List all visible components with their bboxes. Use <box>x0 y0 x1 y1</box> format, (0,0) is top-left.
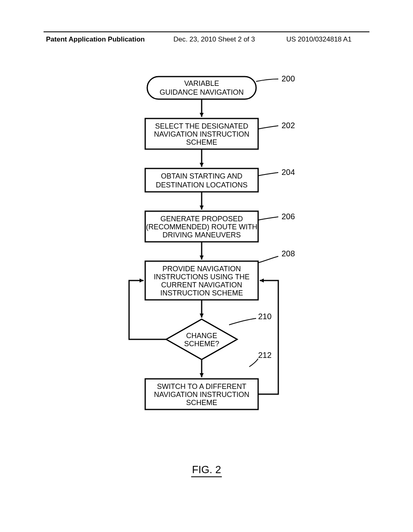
leader-204 <box>258 172 278 176</box>
node-202-line1: SELECT THE DESIGNATED <box>155 122 248 130</box>
node-212-line3: SCHEME <box>186 399 217 407</box>
node-212: SWITCH TO A DIFFERENT NAVIGATION INSTRUC… <box>145 379 258 409</box>
node-210-line2: SCHEME? <box>184 340 219 348</box>
ref-200: 200 <box>282 74 295 83</box>
figure-label: FIG. 2 <box>0 463 413 476</box>
node-204-line1: OBTAIN STARTING AND <box>161 172 242 180</box>
node-208-line4: INSTRUCTION SCHEME <box>160 289 243 297</box>
node-start: VARIABLE GUIDANCE NAVIGATION <box>147 77 256 99</box>
header-mid-text: Dec. 23, 2010 Sheet 2 of 3 <box>173 35 255 44</box>
node-208-line1: PROVIDE NAVIGATION <box>163 265 241 273</box>
leader-208 <box>258 256 278 263</box>
figure-label-text: FIG. 2 <box>191 463 222 477</box>
node-start-line2: GUIDANCE NAVIGATION <box>160 88 244 96</box>
leader-202 <box>258 126 278 129</box>
node-210-decision: CHANGE SCHEME? <box>166 319 237 360</box>
ref-210: 210 <box>258 312 271 321</box>
header-right-text: US 2010/0324818 A1 <box>286 35 352 44</box>
node-206-line1: GENERATE PROPOSED <box>161 215 243 223</box>
header-left-text: Patent Application Publication <box>46 35 145 44</box>
node-206: GENERATE PROPOSED (RECOMMENDED) ROUTE WI… <box>145 211 258 242</box>
ref-206: 206 <box>282 212 295 221</box>
node-212-line1: SWITCH TO A DIFFERENT <box>157 382 246 391</box>
node-202-line2: NAVIGATION INSTRUCTION <box>154 130 249 138</box>
node-208: PROVIDE NAVIGATION INSTRUCTIONS USING TH… <box>145 261 258 300</box>
page: Patent Application Publication Dec. 23, … <box>0 0 413 532</box>
leader-212 <box>249 359 258 367</box>
leader-210 <box>229 318 256 325</box>
node-212-line2: NAVIGATION INSTRUCTION <box>154 391 249 399</box>
node-206-line3: DRIVING MANEUVERS <box>163 231 241 239</box>
node-208-line3: CURRENT NAVIGATION <box>161 281 242 289</box>
leader-206 <box>258 217 278 220</box>
ref-204: 204 <box>282 168 295 177</box>
node-204-line2: DESTINATION LOCATIONS <box>156 181 247 189</box>
node-start-line1: VARIABLE <box>184 79 219 87</box>
node-208-line2: INSTRUCTIONS USING THE <box>154 273 250 281</box>
node-206-line2: (RECOMMENDED) ROUTE WITH <box>146 223 257 231</box>
node-202: SELECT THE DESIGNATED NAVIGATION INSTRUC… <box>145 118 258 149</box>
header-divider <box>44 31 369 32</box>
node-210-line1: CHANGE <box>186 332 217 340</box>
ref-202: 202 <box>282 121 295 130</box>
flowchart: VARIABLE GUIDANCE NAVIGATION 200 SELECT … <box>81 69 347 455</box>
edge-212-208 <box>258 281 278 394</box>
node-204: OBTAIN STARTING AND DESTINATION LOCATION… <box>145 168 258 192</box>
node-202-line3: SCHEME <box>186 138 217 146</box>
ref-208: 208 <box>282 249 295 258</box>
leader-200 <box>256 79 278 81</box>
ref-212: 212 <box>258 351 271 360</box>
